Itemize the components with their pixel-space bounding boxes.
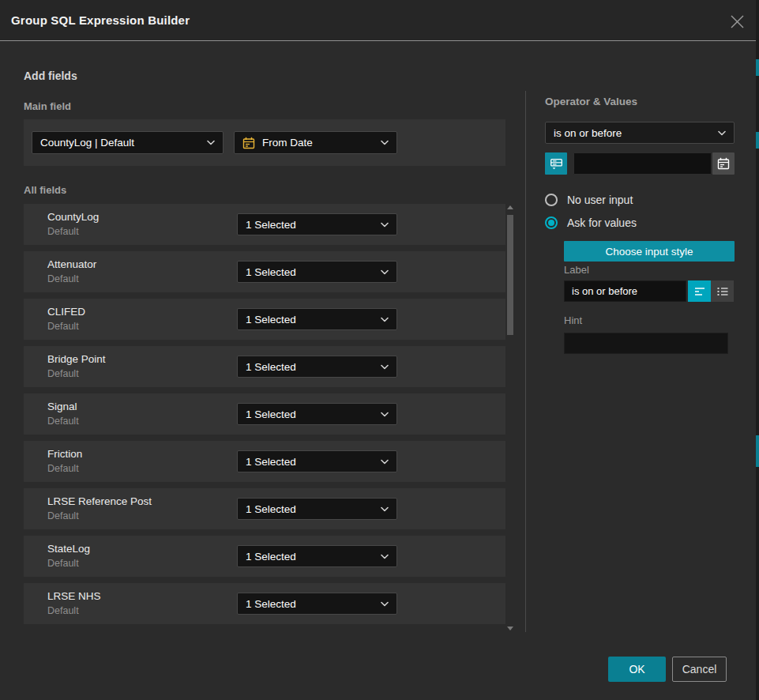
single-line-style-icon [693, 286, 706, 297]
date-picker-button[interactable] [712, 152, 735, 175]
add-fields-heading: Add fields [24, 70, 77, 82]
radio-circle-checked-icon [545, 216, 558, 229]
field-sublabel: Default [47, 510, 79, 521]
field-selection-dropdown[interactable]: 1 Selected [237, 213, 397, 235]
field-selection-value: 1 Selected [246, 598, 381, 610]
field-name: Signal [47, 401, 77, 412]
field-selection-dropdown[interactable]: 1 Selected [237, 593, 397, 615]
scroll-up-arrow-icon[interactable] [507, 205, 513, 209]
chevron-down-icon [381, 317, 389, 322]
layer-select-dropdown[interactable]: CountyLog | Default [32, 131, 224, 154]
background-app-edge [756, 0, 759, 700]
field-row: LRSE Reference Post Default 1 Selected [24, 488, 505, 529]
chevron-down-icon [207, 140, 215, 145]
field-selection-dropdown[interactable]: 1 Selected [237, 356, 397, 378]
edge-accent-segment [756, 435, 759, 467]
field-selection-value: 1 Selected [246, 503, 381, 515]
label-input[interactable] [564, 280, 686, 302]
input-type-icon [550, 157, 563, 171]
operator-values-heading: Operator & Values [545, 96, 637, 107]
hint-input[interactable] [564, 333, 728, 354]
hint-caption: Hint [564, 314, 582, 326]
radio-no-user-input[interactable]: No user input [545, 194, 633, 206]
field-selection-dropdown[interactable]: 1 Selected [237, 545, 397, 567]
field-sublabel: Default [47, 321, 79, 332]
field-sublabel: Default [47, 226, 79, 237]
edge-accent-segment [756, 132, 759, 149]
close-button[interactable] [729, 13, 745, 29]
field-selection-value: 1 Selected [246, 314, 381, 326]
all-fields-label: All fields [24, 184, 66, 196]
field-selection-value: 1 Selected [246, 266, 381, 278]
chevron-down-icon [381, 140, 389, 145]
field-selection-value: 1 Selected [246, 408, 381, 420]
scroll-down-arrow-icon[interactable] [507, 627, 513, 630]
fields-list-scrollbar[interactable] [506, 204, 514, 632]
radio-ask-for-values-label: Ask for values [567, 216, 637, 229]
list-style-button[interactable] [711, 280, 734, 302]
field-row: CLIFED Default 1 Selected [24, 299, 505, 340]
calendar-icon [242, 137, 255, 149]
all-fields-list: CountyLog Default 1 Selected Attenuator … [24, 204, 505, 630]
field-selection-dropdown[interactable]: 1 Selected [237, 498, 397, 520]
field-name: CLIFED [47, 306, 85, 318]
field-row: StateLog Default 1 Selected [24, 536, 505, 577]
field-selection-dropdown[interactable]: 1 Selected [237, 450, 397, 472]
field-selection-dropdown[interactable]: 1 Selected [237, 308, 397, 330]
group-sql-expression-builder-dialog: Group SQL Expression Builder Add fields … [0, 0, 759, 700]
calendar-icon [717, 157, 730, 170]
dialog-title: Group SQL Expression Builder [11, 13, 190, 27]
dialog-header: Group SQL Expression Builder [0, 0, 756, 41]
chevron-down-icon [381, 269, 389, 275]
chevron-down-icon [381, 364, 389, 370]
main-field-select-value: From Date [262, 137, 381, 149]
main-field-label: Main field [24, 100, 71, 112]
ok-button[interactable]: OK [608, 657, 666, 682]
layer-select-value: CountyLog | Default [40, 137, 207, 149]
edge-accent-segment [756, 59, 759, 76]
operator-value: is on or before [554, 127, 718, 139]
chevron-down-icon [381, 601, 389, 607]
chevron-down-icon [718, 130, 726, 136]
radio-no-user-input-label: No user input [567, 194, 633, 206]
field-row: Signal Default 1 Selected [24, 393, 505, 435]
chevron-down-icon [381, 459, 389, 465]
chevron-down-icon [381, 554, 389, 559]
field-sublabel: Default [47, 605, 79, 616]
main-field-panel: CountyLog | Default From Date [24, 119, 505, 166]
value-date-input[interactable] [573, 152, 712, 175]
main-field-select-dropdown[interactable]: From Date [234, 131, 397, 154]
radio-circle-icon [545, 194, 558, 206]
field-selection-dropdown[interactable]: 1 Selected [237, 403, 397, 425]
field-name: CountyLog [47, 211, 99, 223]
label-caption: Label [564, 264, 589, 276]
single-line-style-button[interactable] [688, 280, 711, 302]
field-sublabel: Default [47, 558, 79, 569]
field-sublabel: Default [47, 273, 79, 284]
field-name: StateLog [47, 543, 90, 555]
field-name: LRSE NHS [47, 590, 101, 602]
value-type-button[interactable] [545, 152, 567, 175]
field-selection-dropdown[interactable]: 1 Selected [237, 261, 397, 283]
choose-input-style-button[interactable]: Choose input style [564, 241, 735, 262]
field-name: Bridge Point [47, 353, 106, 365]
chevron-down-icon [381, 222, 389, 228]
field-sublabel: Default [47, 368, 79, 379]
list-style-icon [716, 286, 729, 297]
field-name: Attenuator [47, 258, 96, 270]
field-selection-value: 1 Selected [246, 361, 381, 373]
field-name: Friction [47, 448, 82, 460]
field-row: LRSE NHS Default 1 Selected [24, 583, 505, 624]
chevron-down-icon [381, 506, 389, 512]
field-sublabel: Default [47, 416, 79, 427]
field-selection-value: 1 Selected [246, 219, 381, 231]
cancel-button[interactable]: Cancel [672, 657, 727, 682]
radio-ask-for-values[interactable]: Ask for values [545, 216, 637, 229]
scrollbar-thumb[interactable] [507, 215, 513, 335]
field-row: Friction Default 1 Selected [24, 441, 505, 482]
close-icon [731, 15, 744, 28]
field-row: Attenuator Default 1 Selected [24, 251, 505, 292]
chevron-down-icon [381, 412, 389, 417]
operator-dropdown[interactable]: is on or before [545, 122, 735, 144]
field-sublabel: Default [47, 463, 79, 474]
